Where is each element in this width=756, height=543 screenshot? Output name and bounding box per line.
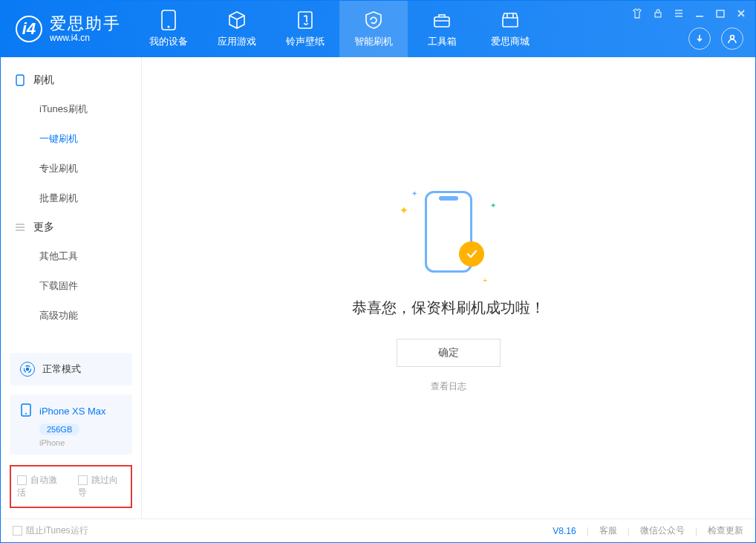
success-illustration: ✦ ✦ ✦ +: [404, 183, 493, 280]
shirt-icon[interactable]: [630, 7, 644, 20]
footer-link-update[interactable]: 检查更新: [708, 524, 743, 537]
svg-point-12: [25, 413, 27, 414]
app-logo: i4 爱思助手 www.i4.cn: [1, 15, 134, 42]
list-icon: [14, 223, 26, 232]
menu-icon[interactable]: [672, 7, 685, 20]
sparkle-icon: ✦: [400, 204, 408, 216]
sidebar-item-itunes-flash[interactable]: iTunes刷机: [1, 94, 141, 124]
svg-rect-8: [16, 75, 24, 85]
sidebar-item-onekey-flash[interactable]: 一键刷机: [1, 124, 141, 154]
footer-link-support[interactable]: 客服: [599, 524, 617, 537]
sparkle-icon: ✦: [490, 201, 496, 209]
sidebar-item-pro-flash[interactable]: 专业刷机: [1, 154, 141, 183]
mode-card[interactable]: 正常模式: [10, 353, 132, 386]
section-title: 更多: [33, 221, 54, 234]
window-controls: [630, 7, 748, 20]
minimize-button[interactable]: [693, 7, 706, 20]
mode-icon: [20, 362, 35, 377]
device-storage: 256GB: [39, 423, 79, 435]
auto-activate-checkbox[interactable]: 自动激活: [17, 474, 65, 499]
section-title: 刷机: [33, 74, 54, 87]
tab-my-device[interactable]: 我的设备: [134, 1, 203, 57]
maximize-button[interactable]: [714, 7, 727, 20]
tab-label: 铃声壁纸: [286, 35, 325, 48]
main-content: ✦ ✦ ✦ + 恭喜您，保资料刷机成功啦！ 确定 查看日志: [142, 57, 755, 518]
tab-label: 工具箱: [428, 35, 457, 48]
check-badge-icon: [459, 241, 484, 267]
svg-point-7: [731, 36, 734, 39]
mode-label: 正常模式: [42, 362, 81, 376]
user-button[interactable]: [721, 27, 743, 50]
svg-rect-3: [434, 17, 449, 27]
options-highlight: 自动激活 跳过向导: [10, 465, 132, 508]
svg-point-9: [26, 368, 29, 371]
tab-flash[interactable]: 智能刷机: [339, 1, 408, 57]
statusbar: 阻止iTunes运行 V8.16 | 客服 | 微信公众号 | 检查更新: [1, 518, 755, 542]
device-icon: [158, 10, 179, 30]
sparkle-icon: +: [483, 276, 487, 284]
sidebar-item-advanced[interactable]: 高级功能: [1, 301, 141, 331]
refresh-shield-icon: [363, 10, 384, 30]
phone-icon: [14, 74, 26, 86]
sidebar-item-batch-flash[interactable]: 批量刷机: [1, 183, 141, 213]
svg-rect-5: [655, 13, 661, 17]
device-card[interactable]: iPhone XS Max 256GB iPhone: [10, 394, 132, 455]
version-label: V8.16: [553, 526, 576, 536]
logo-icon: i4: [16, 16, 42, 42]
section-flash: 刷机: [1, 66, 141, 94]
close-button[interactable]: [734, 7, 748, 20]
confirm-button[interactable]: 确定: [397, 339, 501, 367]
header-actions: [688, 27, 743, 50]
tab-label: 应用游戏: [218, 35, 256, 48]
nav-tabs: 我的设备 应用游戏 铃声壁纸 智能刷机 工具箱 爱思商城: [134, 1, 544, 57]
music-icon: [295, 10, 316, 30]
store-icon: [500, 10, 521, 30]
toolbox-icon: [431, 10, 452, 30]
device-type: iPhone: [39, 438, 122, 447]
tab-ringtones[interactable]: 铃声壁纸: [271, 1, 339, 57]
tab-label: 智能刷机: [354, 35, 393, 48]
success-message: 恭喜您，保资料刷机成功啦！: [352, 298, 545, 318]
footer-link-wechat[interactable]: 微信公众号: [640, 524, 685, 537]
sparkle-icon: ✦: [411, 189, 417, 198]
tab-store[interactable]: 爱思商城: [476, 1, 544, 57]
tab-apps[interactable]: 应用游戏: [203, 1, 271, 57]
titlebar: i4 爱思助手 www.i4.cn 我的设备 应用游戏 铃声壁纸 智能刷机 工具…: [1, 1, 755, 57]
skip-guide-checkbox[interactable]: 跳过向导: [78, 474, 126, 499]
device-name: iPhone XS Max: [39, 406, 106, 417]
view-log-link[interactable]: 查看日志: [431, 380, 466, 393]
download-button[interactable]: [688, 27, 711, 50]
tab-toolbox[interactable]: 工具箱: [408, 1, 476, 57]
svg-point-1: [168, 26, 170, 28]
lock-icon[interactable]: [651, 7, 665, 20]
sidebar: 刷机 iTunes刷机 一键刷机 专业刷机 批量刷机 更多 其他工具 下载固件 …: [1, 57, 142, 518]
sidebar-item-other-tools[interactable]: 其他工具: [1, 241, 141, 271]
app-url: www.i4.cn: [50, 33, 121, 43]
sidebar-item-download-firmware[interactable]: 下载固件: [1, 271, 141, 301]
tab-label: 我的设备: [149, 35, 188, 48]
svg-rect-2: [299, 12, 312, 28]
device-phone-icon: [20, 403, 32, 419]
body: 刷机 iTunes刷机 一键刷机 专业刷机 批量刷机 更多 其他工具 下载固件 …: [1, 57, 755, 518]
svg-rect-6: [717, 10, 724, 17]
app-name: 爱思助手: [50, 15, 121, 33]
svg-rect-4: [503, 18, 518, 27]
block-itunes-checkbox[interactable]: 阻止iTunes运行: [13, 524, 88, 537]
section-more: 更多: [1, 213, 141, 241]
tab-label: 爱思商城: [491, 35, 529, 48]
cube-icon: [227, 10, 247, 30]
